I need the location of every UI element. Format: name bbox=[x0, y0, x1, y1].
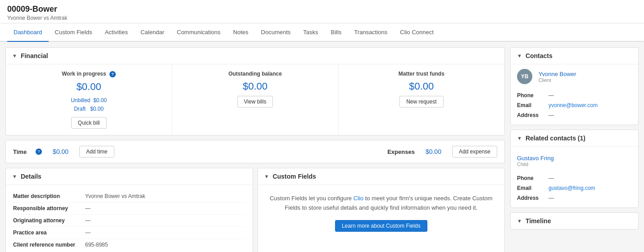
timeline-title: Timeline bbox=[526, 217, 551, 225]
detail-val: — bbox=[85, 230, 91, 236]
phone-label: Phone bbox=[517, 175, 549, 181]
contact-details-table: Phone — Email yvonne@bower.com Address — bbox=[511, 89, 638, 125]
details-header: ▼ Details bbox=[6, 168, 253, 185]
wip-sub: Unbilled $0.00 Draft $0.00 bbox=[12, 96, 165, 113]
time-info-icon[interactable]: ? bbox=[36, 148, 42, 155]
chevron-down-icon: ▼ bbox=[12, 53, 17, 58]
related-contact-name[interactable]: Gustavo Fring bbox=[517, 155, 554, 162]
tab-dashboard[interactable]: Dashboard bbox=[7, 23, 49, 42]
info-icon[interactable]: ? bbox=[109, 71, 116, 77]
phone-label: Phone bbox=[517, 92, 549, 99]
tab-tasks[interactable]: Tasks bbox=[297, 23, 324, 42]
wip-label: Work in progress ? bbox=[12, 71, 165, 77]
related-contact-info: Gustavo Fring Child bbox=[517, 155, 554, 167]
expenses-label: Expenses bbox=[387, 148, 415, 155]
related-email-link[interactable]: gustavo@fring.com bbox=[549, 185, 595, 191]
main-content: ▼ Financial Work in progress ? $0.00 Unb… bbox=[5, 47, 505, 252]
clio-link[interactable]: Clio bbox=[354, 195, 363, 202]
add-expense-button[interactable]: Add expense bbox=[452, 146, 497, 158]
contact-address-row: Address — bbox=[517, 110, 632, 120]
timeline-card: ▼ Timeline bbox=[510, 212, 639, 230]
financial-header: ▼ Financial bbox=[6, 48, 504, 64]
related-phone-value: — bbox=[549, 175, 554, 181]
tab-activities[interactable]: Activities bbox=[99, 23, 134, 42]
tab-bills[interactable]: Bills bbox=[325, 23, 348, 42]
related-contacts-header: ▼ Related contacts (1) bbox=[511, 130, 638, 147]
contact-name[interactable]: Yvonne Bower bbox=[539, 71, 576, 77]
sidebar: ▼ Contacts YB Yvonne Bower Client Phone … bbox=[510, 47, 639, 252]
related-contacts-title: Related contacts (1) bbox=[526, 135, 585, 142]
detail-val: Yvonne Bower vs Amtrak bbox=[85, 193, 145, 199]
contact-email-row: Email yvonne@bower.com bbox=[517, 100, 632, 110]
related-email-row: Email gustavo@fring.com bbox=[517, 183, 632, 193]
details-title: Details bbox=[21, 173, 41, 180]
financial-card: ▼ Financial Work in progress ? $0.00 Unb… bbox=[5, 47, 505, 135]
time-amount: $0.00 bbox=[53, 148, 68, 155]
financial-grid: Work in progress ? $0.00 Unbilled $0.00 … bbox=[6, 64, 504, 135]
contact-phone-row: Phone — bbox=[517, 90, 632, 100]
detail-row-orig-atty: Originating attorney — bbox=[13, 215, 245, 227]
related-contacts-card: ▼ Related contacts (1) Gustavo Fring Chi… bbox=[510, 130, 639, 208]
custom-fields-desc: Custom Fields let you configure Clio to … bbox=[265, 194, 498, 213]
details-table: Matter description Yvonne Bower vs Amtra… bbox=[6, 185, 253, 252]
view-bills-button[interactable]: View bills bbox=[237, 96, 273, 108]
contact-avatar: YB bbox=[517, 69, 532, 84]
phone-value: — bbox=[549, 92, 554, 99]
tab-documents[interactable]: Documents bbox=[255, 23, 297, 42]
address-value: — bbox=[549, 112, 554, 118]
detail-row-matter-desc: Matter description Yvonne Bower vs Amtra… bbox=[13, 190, 245, 202]
matter-subtitle: Yvonne Bower vs Amtrak bbox=[7, 15, 637, 21]
primary-contact-entry: YB Yvonne Bower Client bbox=[511, 64, 638, 89]
new-request-button[interactable]: New request bbox=[399, 96, 443, 108]
related-contact-entry: Gustavo Fring Child bbox=[511, 150, 638, 171]
detail-key: Client reference number bbox=[13, 242, 85, 248]
learn-more-custom-fields-button[interactable]: Learn more about Custom Fields bbox=[335, 220, 427, 232]
contact-info: Yvonne Bower Client bbox=[539, 71, 576, 83]
chevron-down-icon: ▼ bbox=[264, 174, 269, 179]
timeline-header: ▼ Timeline bbox=[511, 213, 638, 229]
detail-key: Practice area bbox=[13, 230, 85, 236]
time-expense-row: Time ? $0.00 Add time Expenses $0.00 Add… bbox=[5, 140, 505, 163]
detail-key: Originating attorney bbox=[13, 217, 85, 224]
email-link[interactable]: yvonne@bower.com bbox=[549, 102, 598, 108]
details-card: ▼ Details Matter description Yvonne Bowe… bbox=[5, 168, 253, 252]
chevron-down-icon: ▼ bbox=[517, 218, 522, 224]
custom-fields-card: ▼ Custom Fields Custom Fields let you co… bbox=[258, 168, 505, 252]
two-col-section: ▼ Details Matter description Yvonne Bowe… bbox=[5, 168, 505, 252]
tab-calendar[interactable]: Calendar bbox=[134, 23, 171, 42]
outstanding-balance-cell: Outstanding balance $0.00 View bills bbox=[172, 64, 338, 135]
chevron-down-icon: ▼ bbox=[517, 135, 522, 141]
related-address-row: Address — bbox=[517, 193, 632, 203]
contacts-title: Contacts bbox=[526, 52, 553, 59]
detail-key: Responsible attorney bbox=[13, 205, 85, 212]
chevron-down-icon: ▼ bbox=[12, 174, 17, 179]
related-address-value: — bbox=[549, 195, 554, 201]
tab-transactions[interactable]: Transactions bbox=[348, 23, 394, 42]
matter-title: 00009-Bower bbox=[7, 4, 637, 14]
contact-role: Client bbox=[539, 77, 576, 83]
address-label: Address bbox=[517, 195, 549, 201]
related-contact-details-table: Phone — Email gustavo@fring.com Address … bbox=[511, 171, 638, 207]
time-label: Time bbox=[13, 148, 27, 155]
custom-fields-header: ▼ Custom Fields bbox=[258, 168, 505, 185]
tf-label: Matter trust funds bbox=[345, 71, 498, 77]
add-time-button[interactable]: Add time bbox=[79, 146, 114, 158]
tab-notes[interactable]: Notes bbox=[227, 23, 255, 42]
detail-val: 695-8985 bbox=[85, 242, 108, 248]
quick-bill-button[interactable]: Quick bill bbox=[71, 117, 107, 129]
chevron-down-icon: ▼ bbox=[517, 53, 522, 58]
nav-tabs: Dashboard Custom Fields Activities Calen… bbox=[0, 23, 644, 42]
tab-communications[interactable]: Communications bbox=[171, 23, 227, 42]
email-label: Email bbox=[517, 185, 549, 191]
trust-funds-cell: Matter trust funds $0.00 New request bbox=[339, 64, 504, 135]
wip-amount: $0.00 bbox=[12, 81, 165, 93]
main-layout: ▼ Financial Work in progress ? $0.00 Unb… bbox=[0, 42, 644, 252]
tab-custom-fields[interactable]: Custom Fields bbox=[49, 23, 99, 42]
financial-title: Financial bbox=[21, 52, 48, 59]
related-email-value: gustavo@fring.com bbox=[549, 185, 595, 191]
address-label: Address bbox=[517, 112, 549, 118]
tab-clio-connect[interactable]: Clio Connect bbox=[394, 23, 440, 42]
detail-row-client-ref: Client reference number 695-8985 bbox=[13, 239, 245, 251]
contacts-card: ▼ Contacts YB Yvonne Bower Client Phone … bbox=[510, 47, 639, 125]
email-label: Email bbox=[517, 102, 549, 108]
